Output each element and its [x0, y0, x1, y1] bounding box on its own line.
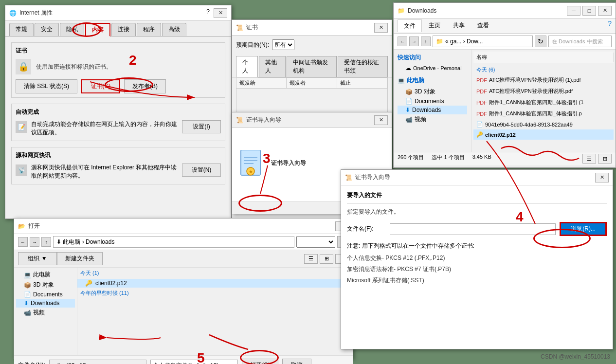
- cert-tab-others[interactable]: 其他人: [259, 56, 286, 77]
- filter-select[interactable]: 所有: [272, 39, 294, 50]
- cert-tab-trusted[interactable]: 受信任的根证书颁: [338, 56, 388, 77]
- pc-icon2: 💻: [24, 272, 31, 278]
- cert-button[interactable]: 证书(C): [81, 79, 120, 93]
- open-file-client02[interactable]: 🔑 client02.p12: [77, 279, 353, 288]
- open-sidebar-videos[interactable]: 📹 视频: [16, 308, 75, 318]
- cert-close-button[interactable]: ✕: [374, 23, 388, 33]
- close-button[interactable]: ✕: [214, 8, 227, 18]
- details-view-button[interactable]: ⊞: [598, 154, 612, 164]
- help-icon[interactable]: ?: [608, 19, 612, 32]
- name-col-header: 名称: [473, 53, 614, 62]
- open-address-bar[interactable]: ⬇ 此电脑 › Downloads: [53, 236, 294, 248]
- cert-icon: 🔒: [16, 59, 31, 74]
- autocomplete-title: 自动完成: [16, 108, 221, 116]
- file-item-4[interactable]: 📄 9041e9b4-5dd0-4da6-8913-822aa49: [473, 119, 614, 129]
- wizard-icon: 📜: [236, 117, 243, 124]
- open-sidebar-3d[interactable]: 📦 3D 对象: [16, 280, 75, 290]
- internet-props-titlebar: 🌐 Internet 属性 ? ✕: [5, 5, 231, 21]
- cert-tab-personal[interactable]: 个人: [236, 56, 258, 77]
- view-controls: ☰ ⊞: [582, 154, 612, 164]
- file-input-box[interactable]: [390, 223, 556, 235]
- refresh-button[interactable]: ↻: [535, 36, 546, 47]
- p12-file-icon: 🔑: [476, 131, 483, 138]
- item-count: 260 个项目: [398, 154, 424, 164]
- wizard-close-button[interactable]: ✕: [374, 115, 388, 125]
- open-sidebar-pc[interactable]: 💻 此电脑: [16, 270, 75, 280]
- format-item-0: 个人信息交换- PKCS #12 (.PFX,.P12): [347, 254, 607, 262]
- up-nav-button[interactable]: ↑: [421, 36, 431, 46]
- open-sidebar-downloads[interactable]: ⬇ Downloads: [16, 299, 75, 308]
- p12-icon-open: 🔑: [85, 280, 92, 287]
- import-desc: 指定要导入的文件。: [347, 208, 607, 216]
- ribbon-tab-home[interactable]: 主页: [423, 19, 446, 32]
- sidebar-downloads[interactable]: ⬇ Downloads: [398, 106, 467, 114]
- forward-nav-button[interactable]: →: [409, 36, 419, 46]
- watermark: CSDN @weixin_45510013: [541, 353, 610, 360]
- file-item-2[interactable]: PDF 附件1_CANN体验官第四期_体验指引 (1: [473, 97, 614, 108]
- autocomplete-desc: 自动完成功能会存储以前在网页上输入的内容，并向你建议匹配项。: [31, 120, 178, 137]
- tab-programs[interactable]: 程序: [137, 23, 161, 36]
- filename-dropdown[interactable]: client02.p12: [49, 360, 146, 364]
- minimize-button[interactable]: ─: [567, 6, 580, 16]
- file-item-0[interactable]: PDF ATC推理环境VPN登录使用说明 (1).pdf: [473, 74, 614, 86]
- ribbon-tab-file[interactable]: 文件: [398, 19, 422, 32]
- feeds-desc: 源和网页快讯提供可在 Internet Explorer 和其他程序中读取的网站…: [31, 164, 178, 180]
- docs-icon: 📄: [405, 98, 413, 105]
- cert-filter-row: 预期目的(N): 所有: [232, 36, 392, 54]
- tab-privacy[interactable]: 隐私: [60, 23, 84, 36]
- open-back-button[interactable]: ←: [18, 237, 28, 247]
- maximize-button[interactable]: □: [582, 6, 596, 16]
- clear-ssl-button[interactable]: 清除 SSL 状态(S): [16, 79, 77, 93]
- wizard-titlebar: 📜 证书导入向导 ✕: [232, 112, 392, 128]
- open-file-dialog: 📂 打开 ✕ ← → ↑ ⬇ 此电脑 › Downloads ↻ 组织 ▼ 新建…: [14, 218, 353, 359]
- pdf-icon-1: PDF: [476, 89, 487, 94]
- tab-security[interactable]: 安全: [35, 23, 59, 36]
- publisher-button[interactable]: 发布者(B): [124, 79, 166, 93]
- address-input[interactable]: 📁 « ga... › Dow...: [433, 36, 533, 47]
- back-nav-button[interactable]: ←: [398, 36, 407, 46]
- downloads-title: 📁 Downloads: [398, 7, 436, 14]
- organize-button[interactable]: 组织 ▼: [18, 252, 57, 265]
- file-item-5[interactable]: 🔑 client02.p12: [473, 129, 614, 140]
- this-pc-section: 💻 此电脑 📦 3D 对象 📄 Documents ⬇ Downloads 📹: [398, 76, 467, 125]
- file-item-3[interactable]: PDF 附件1_CANN体验官第四期_体验指引.p: [473, 108, 614, 119]
- sidebar-onedrive[interactable]: ☁ OneDrive - Personal: [398, 64, 467, 73]
- open-up-button[interactable]: ↑: [41, 237, 51, 247]
- ribbon-tab-view[interactable]: 查看: [471, 19, 495, 32]
- sidebar-documents[interactable]: 📄 Documents: [398, 97, 467, 106]
- search-input[interactable]: 在 Downloads 中搜索: [548, 36, 612, 47]
- help-btn[interactable]: ?: [206, 8, 210, 18]
- new-folder-button[interactable]: 新建文件夹: [57, 252, 103, 265]
- cert-tab-intermediate[interactable]: 中间证书颁发机构: [287, 56, 337, 77]
- folder-icon: 📁: [398, 7, 405, 14]
- ribbon-tab-share[interactable]: 共享: [447, 19, 471, 32]
- tab-general[interactable]: 常规: [9, 23, 34, 36]
- list-view-btn2[interactable]: ☰: [304, 254, 318, 264]
- file-item-1[interactable]: PDF ATC推理环境VPN登录使用说明.pdf: [473, 86, 614, 97]
- list-view-button[interactable]: ☰: [582, 154, 596, 164]
- folder-nav-icon: 📁: [436, 38, 443, 45]
- cert-icon-row: 🔒 使用加密连接和标识的证书。: [16, 59, 221, 74]
- browse-button[interactable]: 浏览(R)...: [560, 222, 607, 236]
- open-sidebar-docs[interactable]: 📄 Documents: [16, 290, 75, 299]
- tab-content[interactable]: 内容: [85, 23, 110, 36]
- filetype-dropdown[interactable]: 个人信息交换(*.pfx;*.p12): [150, 360, 238, 364]
- sidebar-videos[interactable]: 📹 视频: [398, 114, 467, 125]
- tab-advanced[interactable]: 高级: [162, 23, 186, 36]
- open-forward-button[interactable]: →: [30, 237, 39, 247]
- cert-import-icon: 📜: [345, 174, 352, 181]
- autocomplete-section: 自动完成 📝 自动完成功能会存储以前在网页上输入的内容，并向你建议匹配项。 设置…: [11, 104, 225, 141]
- cert-import-close[interactable]: ✕: [595, 173, 609, 182]
- cancel-button[interactable]: 取消: [282, 359, 311, 364]
- tab-connections[interactable]: 连接: [111, 23, 136, 36]
- location-dropdown[interactable]: [296, 236, 335, 248]
- sidebar-3d[interactable]: 📦 3D 对象: [398, 87, 467, 97]
- feeds-settings-button[interactable]: 设置(N): [182, 164, 221, 177]
- open-button[interactable]: 打开(O): [242, 359, 278, 364]
- cert-title-text: 证书: [246, 23, 258, 32]
- downloads-close-button[interactable]: ✕: [598, 6, 612, 16]
- dl-icon2: ⬇: [24, 300, 29, 307]
- autocomplete-settings-button[interactable]: 设置(I): [182, 120, 221, 133]
- grid-view-btn[interactable]: ⊞: [320, 254, 333, 264]
- cube-icon2: 📦: [24, 282, 31, 289]
